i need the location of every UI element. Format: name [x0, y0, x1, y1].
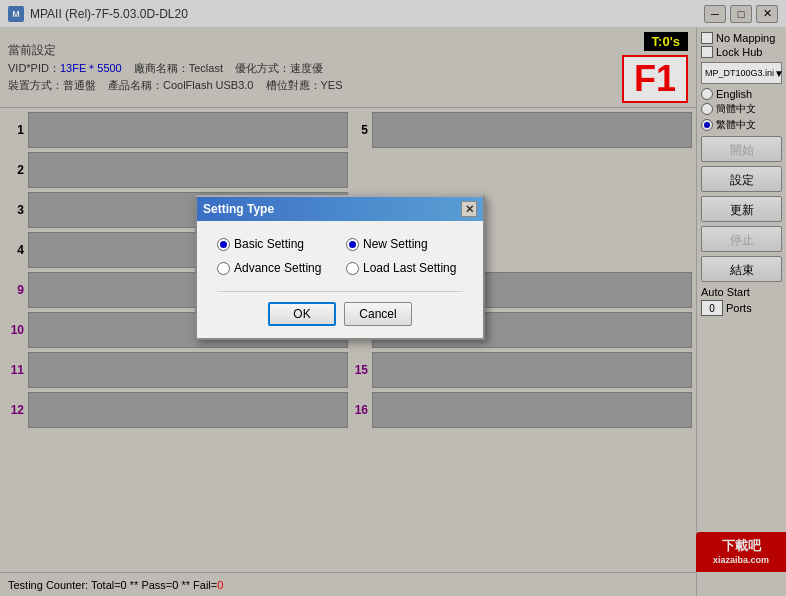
basic-setting-radio[interactable] [217, 238, 230, 251]
new-setting-radio[interactable] [346, 238, 359, 251]
advance-setting-label: Advance Setting [234, 261, 321, 275]
cancel-button[interactable]: Cancel [344, 302, 412, 326]
dialog-title: Setting Type [203, 202, 274, 216]
load-last-setting-radio[interactable] [346, 262, 359, 275]
advance-setting-option: Advance Setting [217, 261, 334, 275]
modal-overlay: Setting Type ✕ Basic Setting New Setting… [0, 0, 786, 596]
dialog-options: Basic Setting New Setting Advance Settin… [217, 237, 463, 275]
basic-setting-label: Basic Setting [234, 237, 304, 251]
dialog-titlebar: Setting Type ✕ [197, 197, 483, 221]
ok-button[interactable]: OK [268, 302, 336, 326]
dialog-buttons: OK Cancel [217, 291, 463, 326]
load-last-setting-label: Load Last Setting [363, 261, 456, 275]
advance-setting-radio[interactable] [217, 262, 230, 275]
setting-type-dialog: Setting Type ✕ Basic Setting New Setting… [195, 195, 485, 340]
dialog-close-button[interactable]: ✕ [461, 201, 477, 217]
basic-setting-option: Basic Setting [217, 237, 334, 251]
dialog-body: Basic Setting New Setting Advance Settin… [197, 221, 483, 338]
new-setting-label: New Setting [363, 237, 428, 251]
load-last-setting-option: Load Last Setting [346, 261, 463, 275]
new-setting-option: New Setting [346, 237, 463, 251]
